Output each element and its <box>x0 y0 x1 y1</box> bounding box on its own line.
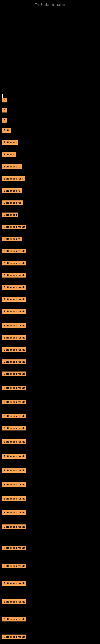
bottleneck-result-item: Bottleneck result <box>2 439 26 444</box>
bottleneck-result-item: Bottleneck result <box>2 335 26 340</box>
site-title: TheBottlenecker.com <box>0 1 100 8</box>
bottleneck-result-item: Bottleneck result <box>2 454 26 459</box>
bottleneck-result-item: Bottleneck result <box>2 414 26 418</box>
bottleneck-result-item: Bottleneck resu <box>2 176 25 181</box>
bottleneck-result-item: Bottleneck result <box>2 261 26 266</box>
bottleneck-result-item: Bottleneck <box>2 140 18 145</box>
bottleneck-result-item: Bottleneck result <box>2 347 26 352</box>
bottleneck-result-item: Bottleneck result <box>2 285 26 290</box>
bottleneck-result-item: Bottleneck result <box>2 524 26 529</box>
bottleneck-result-item: Bottleneck result <box>2 468 26 473</box>
bottleneck-result-item: Bottleneck result <box>2 297 26 302</box>
bottleneck-result-item: Bottleneck result <box>2 546 26 550</box>
bottleneck-result-item: Bottleneck result <box>2 634 26 639</box>
bottleneck-result-item: Bottleneck result <box>2 224 26 229</box>
bottleneck-result-item: Bottleneck result <box>2 482 26 487</box>
bottleneck-result-item: B <box>2 108 7 112</box>
bottleneck-result-item: Bottl <box>2 128 11 132</box>
bottleneck-result-item: Bottleneck re <box>2 237 22 241</box>
bottleneck-result-item: Bottleneck result <box>2 273 26 278</box>
bottleneck-result-item: B <box>2 118 7 122</box>
bottleneck-result-item: Bottleneck re <box>2 164 22 169</box>
bottleneck-result-item: Bottleneck res <box>2 200 23 205</box>
bottleneck-result-item: Bottleneck result <box>2 360 26 364</box>
bottleneck-result-item: Bottleneck result <box>2 309 26 314</box>
bottleneck-result-item: B <box>2 98 7 102</box>
bottleneck-result-item: Bottleneck result <box>2 249 26 253</box>
bottleneck-result-item: Bottleneck result <box>2 323 26 328</box>
bottleneck-result-item: Bottleneck result <box>2 510 26 515</box>
bottleneck-result-item: Bottleneck result <box>2 496 26 501</box>
bottleneck-result-item: Bottleneck result <box>2 581 26 586</box>
bottleneck-result-item: Bottleneck result <box>2 426 26 430</box>
bottleneck-result-item: Bottleneck result <box>2 599 26 604</box>
bottleneck-result-item: Bottleneck <box>2 212 18 217</box>
bottleneck-result-item: Bottleneck result <box>2 386 26 390</box>
bottleneck-result-item: Bottleneck result <box>2 372 26 376</box>
cursor-indicator <box>2 94 2 98</box>
bottleneck-result-item: Bottlene <box>2 152 16 157</box>
bottleneck-result-item: Bottleneck re <box>2 188 22 193</box>
bottleneck-result-item: Bottleneck result <box>2 400 26 404</box>
bottleneck-result-item: Bottleneck result <box>2 564 26 568</box>
bottleneck-result-item: Bottleneck result <box>2 617 26 622</box>
